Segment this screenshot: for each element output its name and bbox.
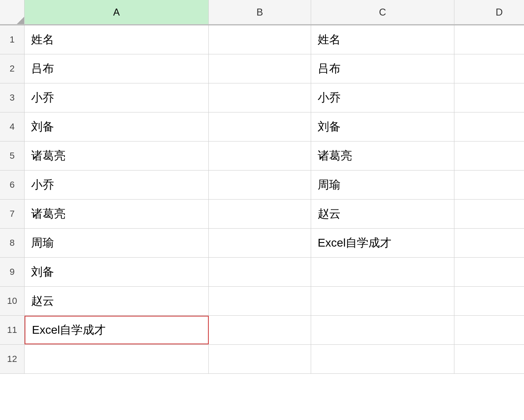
col-header-d[interactable]: D xyxy=(454,0,524,25)
table-row: 6 小乔 周瑜 xyxy=(0,171,524,200)
row-number: 10 xyxy=(0,287,25,315)
cell-a8[interactable]: 周瑜 xyxy=(25,229,209,257)
row-number: 3 xyxy=(0,83,25,112)
cell-a10[interactable]: 赵云 xyxy=(25,287,209,315)
cell-c7[interactable]: 赵云 xyxy=(311,200,454,228)
row-number: 6 xyxy=(0,171,25,199)
table-row: 11 Excel自学成才 xyxy=(0,316,524,345)
cell-b5[interactable] xyxy=(209,141,311,170)
grid: A B C D 1 姓名 姓名 2 吕布 吕布 3 小乔 小乔 xyxy=(0,0,524,420)
row-number: 7 xyxy=(0,200,25,228)
row-number: 11 xyxy=(0,316,25,344)
col-header-b[interactable]: B xyxy=(209,0,311,25)
table-row: 8 周瑜 Excel自学成才 xyxy=(0,229,524,258)
row-number: 8 xyxy=(0,229,25,257)
cell-a1[interactable]: 姓名 xyxy=(25,25,209,54)
cell-c8[interactable]: Excel自学成才 xyxy=(311,229,454,257)
column-header-row: A B C D xyxy=(0,0,524,25)
cell-c9[interactable] xyxy=(311,258,454,286)
cell-b4[interactable] xyxy=(209,112,311,141)
cell-b12[interactable] xyxy=(209,345,311,373)
row-number: 9 xyxy=(0,258,25,286)
cell-d10[interactable] xyxy=(454,287,524,315)
cell-a3[interactable]: 小乔 xyxy=(25,83,209,112)
row-number: 12 xyxy=(0,345,25,373)
cell-b3[interactable] xyxy=(209,83,311,112)
cell-d2[interactable] xyxy=(454,54,524,83)
cell-b10[interactable] xyxy=(209,287,311,315)
table-row: 3 小乔 小乔 xyxy=(0,83,524,112)
table-row: 12 xyxy=(0,345,524,374)
cell-c10[interactable] xyxy=(311,287,454,315)
cell-a12[interactable] xyxy=(25,345,209,373)
cell-c11[interactable] xyxy=(311,316,454,344)
cell-c6[interactable]: 周瑜 xyxy=(311,171,454,199)
cell-a9[interactable]: 刘备 xyxy=(25,258,209,286)
cell-d8[interactable] xyxy=(454,229,524,257)
cell-b9[interactable] xyxy=(209,258,311,286)
cell-d4[interactable] xyxy=(454,112,524,141)
cell-d11[interactable] xyxy=(454,316,524,344)
spreadsheet: A B C D 1 姓名 姓名 2 吕布 吕布 3 小乔 小乔 xyxy=(0,0,524,420)
cell-d7[interactable] xyxy=(454,200,524,228)
cell-a11[interactable]: Excel自学成才 xyxy=(25,316,209,344)
cell-d9[interactable] xyxy=(454,258,524,286)
cell-c12[interactable] xyxy=(311,345,454,373)
cell-a5[interactable]: 诸葛亮 xyxy=(25,141,209,170)
table-row: 2 吕布 吕布 xyxy=(0,54,524,83)
table-row: 9 刘备 xyxy=(0,258,524,287)
row-number: 5 xyxy=(0,141,25,170)
table-row: 5 诸葛亮 诸葛亮 xyxy=(0,141,524,171)
cell-b6[interactable] xyxy=(209,171,311,199)
cell-a4[interactable]: 刘备 xyxy=(25,112,209,141)
row-number: 4 xyxy=(0,112,25,141)
col-header-c[interactable]: C xyxy=(311,0,454,25)
cell-c3[interactable]: 小乔 xyxy=(311,83,454,112)
row-number: 2 xyxy=(0,54,25,83)
cell-d5[interactable] xyxy=(454,141,524,170)
cell-b2[interactable] xyxy=(209,54,311,83)
cell-a7[interactable]: 诸葛亮 xyxy=(25,200,209,228)
cell-c5[interactable]: 诸葛亮 xyxy=(311,141,454,170)
cell-b8[interactable] xyxy=(209,229,311,257)
cell-d6[interactable] xyxy=(454,171,524,199)
cell-c2[interactable]: 吕布 xyxy=(311,54,454,83)
table-row: 7 诸葛亮 赵云 xyxy=(0,200,524,229)
cell-b1[interactable] xyxy=(209,25,311,54)
cell-c4[interactable]: 刘备 xyxy=(311,112,454,141)
cell-b7[interactable] xyxy=(209,200,311,228)
row-number: 1 xyxy=(0,25,25,54)
corner-cell xyxy=(0,0,25,25)
cell-d12[interactable] xyxy=(454,345,524,373)
cell-a2[interactable]: 吕布 xyxy=(25,54,209,83)
cell-b11[interactable] xyxy=(209,316,311,344)
col-header-a[interactable]: A xyxy=(25,0,209,25)
table-row: 1 姓名 姓名 xyxy=(0,25,524,54)
table-row: 10 赵云 xyxy=(0,287,524,316)
cell-a6[interactable]: 小乔 xyxy=(25,171,209,199)
cell-d1[interactable] xyxy=(454,25,524,54)
cell-c1[interactable]: 姓名 xyxy=(311,25,454,54)
cell-d3[interactable] xyxy=(454,83,524,112)
table-row: 4 刘备 刘备 xyxy=(0,112,524,141)
